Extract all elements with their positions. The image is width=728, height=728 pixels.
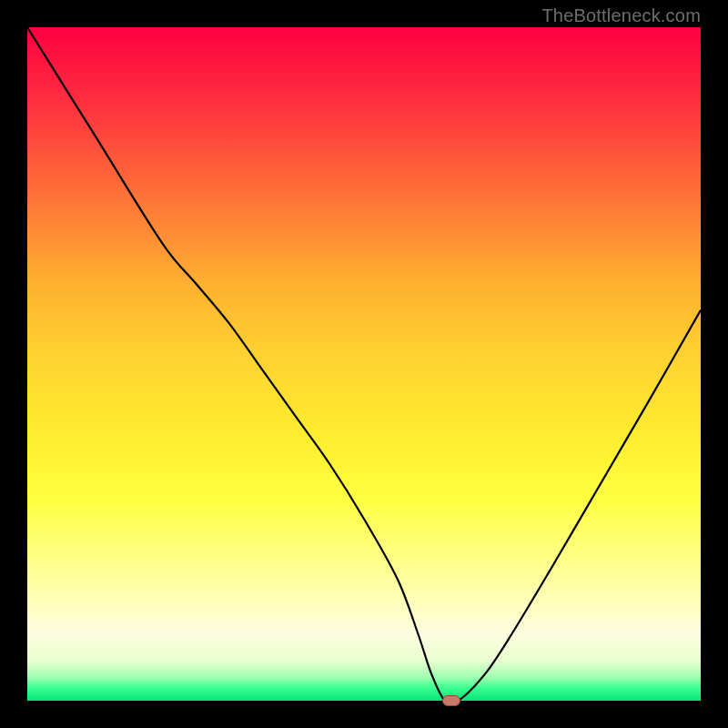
bottleneck-curve <box>27 27 701 701</box>
optimal-point-marker <box>442 695 460 706</box>
watermark-text: TheBottleneck.com <box>541 5 701 26</box>
chart-plot-area <box>27 27 701 701</box>
